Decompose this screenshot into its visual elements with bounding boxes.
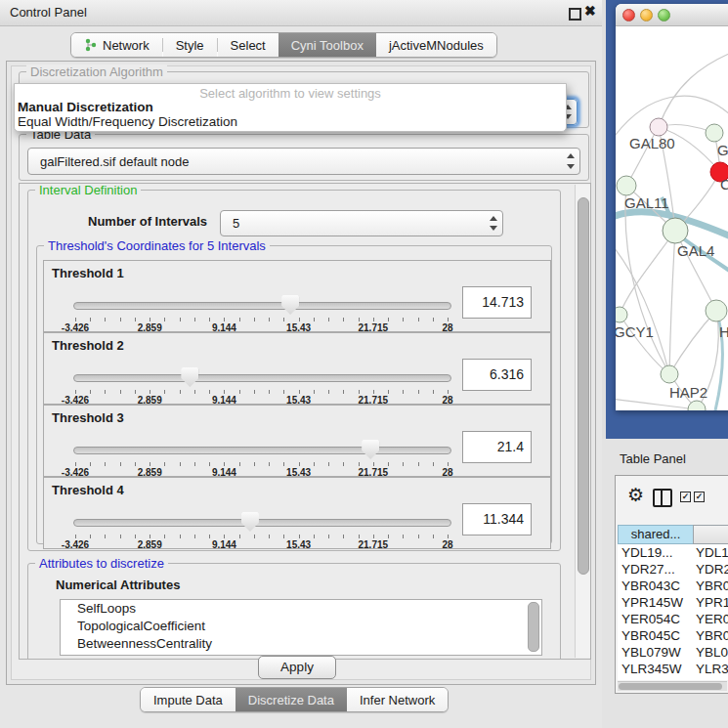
table-cell[interactable]: YDL19... (618, 544, 692, 561)
table-row[interactable]: YPR145WYPR1 (618, 594, 728, 611)
table-cell[interactable]: YDR27... (618, 561, 692, 578)
table-cell[interactable]: YLR3 (692, 661, 728, 677)
tab-label: Select (231, 38, 266, 53)
table-cell[interactable]: YBL0 (692, 644, 728, 661)
threshold-label: Threshold 1 (52, 266, 124, 280)
table-cell[interactable]: YIL0 (692, 677, 723, 680)
threshold-value-field[interactable]: 14.713 (462, 286, 532, 319)
tab-discretize-data[interactable]: Discretize Data (236, 688, 347, 711)
apply-button[interactable]: Apply (258, 656, 336, 679)
tab-impute-data[interactable]: Impute Data (141, 688, 236, 711)
network-node[interactable] (650, 118, 667, 136)
slider-track[interactable] (73, 302, 451, 310)
mac-zoom-icon[interactable] (658, 9, 670, 21)
control-panel-tabs: Network Style Select Cyni Toolbox jActiv… (70, 32, 497, 58)
close-icon[interactable]: ✖ (584, 3, 596, 19)
slider-tick-label: -3.426 (62, 539, 89, 550)
combobox-value: 5 (221, 216, 485, 231)
table-toolbar: ⚙ ✓ ✓ (616, 476, 728, 519)
slider-thumb[interactable] (181, 367, 198, 387)
checkbox-icon[interactable]: ✓ (680, 492, 691, 502)
table-cell[interactable]: YER0 (692, 611, 728, 627)
attribute-list-item[interactable]: TopologicalCoefficient (61, 618, 541, 635)
network-node[interactable] (663, 218, 688, 243)
float-window-icon[interactable] (569, 8, 581, 21)
network-node[interactable] (617, 176, 636, 195)
dropdown-item-manual-discretization[interactable]: Manual Discretization (18, 100, 153, 114)
table-cell[interactable]: YLR345W (618, 661, 692, 677)
network-edge[interactable] (669, 231, 675, 374)
network-view-window: GAL80GACGAL11GAL4GCY1HHAP2 (616, 4, 728, 410)
table-cell[interactable]: YPR1 (692, 594, 728, 611)
gear-icon[interactable]: ⚙ (627, 484, 644, 506)
network-edge[interactable] (659, 53, 728, 127)
horizontal-scrollbar-track[interactable] (618, 681, 727, 691)
network-canvas[interactable]: GAL80GACGAL11GAL4GCY1HHAP2 (616, 25, 728, 410)
table-cell[interactable]: YDR2 (692, 561, 728, 578)
table-row[interactable]: YDL19...YDL1 (618, 544, 728, 561)
table-cell[interactable]: YBR045C (618, 627, 692, 644)
dropdown-item-equal-width-frequency[interactable]: Equal Width/Frequency Discretization (18, 114, 237, 129)
slider-thumb[interactable] (241, 512, 259, 532)
network-edge[interactable] (669, 311, 716, 374)
cyni-bottom-tabs: Impute Data Discretize Data Infer Networ… (140, 687, 449, 712)
table-row[interactable]: YER054CYER0 (618, 611, 728, 627)
slider-track[interactable] (73, 374, 451, 382)
vertical-scrollbar-track[interactable] (575, 185, 590, 658)
column-header-shared-name[interactable]: shared... (618, 525, 693, 544)
table-header-row: shared... na (618, 525, 728, 544)
table-cell[interactable]: YBL079W (618, 644, 692, 661)
attribute-list-item[interactable]: BetweennessCentrality (61, 635, 541, 653)
table-row[interactable]: YDR27...YDR2 (618, 561, 728, 578)
network-node[interactable] (661, 365, 678, 383)
table-cell[interactable]: YIL052C (618, 677, 692, 680)
table-row[interactable]: YIL052CYIL0 (618, 677, 728, 680)
table-data-combobox[interactable]: galFiltered.sif default node (27, 148, 580, 175)
tab-infer-network[interactable]: Infer Network (347, 688, 448, 711)
tab-cyni-toolbox[interactable]: Cyni Toolbox (278, 33, 376, 57)
table-cell[interactable]: YBR043C (618, 578, 692, 594)
table-cell[interactable]: YDL1 (692, 544, 728, 561)
threshold-value-field[interactable]: 21.4 (462, 431, 532, 463)
tab-jactivemnodules[interactable]: jActiveMNodules (376, 33, 496, 57)
settings-scroll-region: Interval Definition Number of Intervals … (19, 183, 591, 660)
slider-tick-label: 21.715 (359, 539, 389, 550)
slider-tick-label: 9.144 (212, 539, 236, 550)
network-edge[interactable] (620, 231, 675, 315)
tab-style[interactable]: Style (163, 33, 217, 57)
tab-label: Style (176, 38, 204, 53)
network-node[interactable] (616, 307, 627, 322)
list-scrollbar-thumb[interactable] (528, 602, 539, 652)
vertical-scrollbar-thumb[interactable] (578, 197, 589, 575)
table-row[interactable]: YLR345WYLR3 (618, 661, 728, 677)
mac-close-icon[interactable] (622, 9, 635, 21)
slider-track[interactable] (73, 519, 451, 527)
column-header-name[interactable]: na (693, 525, 728, 544)
cyni-toolbox-panel: Discretization Algorithm Select algorith… (6, 61, 596, 685)
network-node[interactable] (706, 300, 727, 321)
table-cell[interactable]: YBR0 (692, 627, 728, 644)
tab-label: Impute Data (153, 693, 223, 707)
slider-thumb[interactable] (362, 440, 379, 459)
slider-thumb[interactable] (281, 295, 299, 315)
number-of-intervals-combobox[interactable]: 5 (220, 210, 503, 236)
split-columns-icon[interactable] (653, 489, 672, 507)
threshold-value-field[interactable]: 11.344 (462, 503, 532, 535)
table-cell[interactable]: YBR0 (692, 578, 728, 594)
tab-select[interactable]: Select (218, 33, 278, 57)
threshold-value-field[interactable]: 6.316 (462, 359, 532, 391)
attribute-list-item[interactable]: SelfLoops (61, 600, 541, 618)
table-cell[interactable]: YPR145W (618, 594, 692, 611)
table-row[interactable]: YBR043CYBR0 (618, 578, 728, 594)
combobox-value: galFiltered.sif default node (28, 154, 562, 169)
tab-network[interactable]: Network (71, 33, 162, 57)
table-cell[interactable]: YER054C (618, 611, 692, 627)
mac-minimize-icon[interactable] (640, 9, 653, 21)
checkbox-icon[interactable]: ✓ (694, 492, 705, 502)
horizontal-scrollbar-thumb[interactable] (619, 683, 722, 690)
slider-track[interactable] (73, 447, 451, 454)
tab-label: Discretize Data (248, 693, 334, 707)
network-node[interactable] (706, 124, 723, 142)
table-row[interactable]: YBR045CYBR0 (618, 627, 728, 644)
table-row[interactable]: YBL079WYBL0 (618, 644, 728, 661)
